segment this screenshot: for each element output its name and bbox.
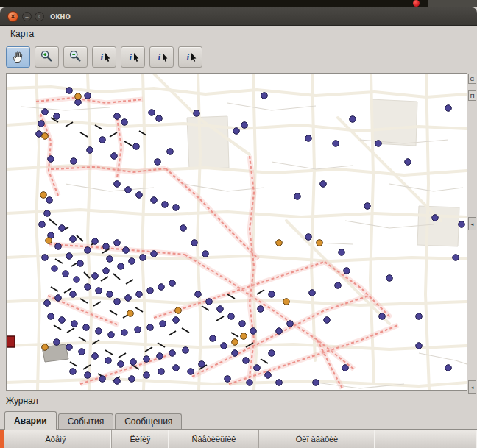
incident-dot-purple[interactable] — [276, 328, 283, 335]
incident-dot-purple[interactable] — [324, 317, 331, 324]
incident-dot-purple[interactable] — [121, 330, 128, 336]
incident-dot-purple[interactable] — [250, 328, 257, 335]
incident-dot-purple[interactable] — [147, 324, 154, 331]
incident-dot-purple[interactable] — [160, 321, 166, 327]
incident-dot-purple[interactable] — [173, 205, 180, 211]
incident-dot-purple[interactable] — [42, 255, 49, 261]
incident-dot-purple[interactable] — [71, 158, 77, 165]
incident-dot-purple[interactable] — [107, 256, 113, 263]
incident-dot-purple[interactable] — [333, 141, 339, 147]
minimize-button[interactable]: – — [22, 12, 32, 21]
incident-dot-purple[interactable] — [36, 131, 43, 138]
incident-dot-purple[interactable] — [233, 128, 240, 135]
incident-dot-purple[interactable] — [114, 181, 121, 188]
incident-dot-purple[interactable] — [103, 268, 110, 274]
side-panel-tab-2[interactable]: П — [468, 90, 476, 101]
incident-dot-purple[interactable] — [55, 243, 62, 250]
incident-dot-purple[interactable] — [92, 273, 99, 280]
incident-dot-purple[interactable] — [121, 119, 128, 126]
incident-dot-purple[interactable] — [92, 353, 99, 360]
incident-dot-purple[interactable] — [309, 290, 316, 296]
info-tool-button-1[interactable]: i — [92, 46, 116, 68]
incident-dot-purple[interactable] — [85, 284, 91, 291]
incident-dot-purple[interactable] — [108, 332, 115, 338]
side-panel-tab-1[interactable]: С — [468, 74, 476, 84]
info-tool-button-4[interactable]: i — [178, 46, 202, 68]
incident-dot-purple[interactable] — [287, 321, 294, 327]
incident-dot-purple[interactable] — [342, 365, 349, 371]
incident-dot-purple[interactable] — [99, 137, 106, 143]
incident-dot-purple[interactable] — [261, 93, 268, 99]
incident-dot-purple[interactable] — [85, 372, 91, 379]
incident-dot-purple[interactable] — [54, 113, 60, 120]
incident-dot-purple[interactable] — [133, 143, 140, 150]
incident-dot-purple[interactable] — [39, 221, 46, 228]
incident-dot-purple[interactable] — [59, 317, 66, 324]
incident-dot-purple[interactable] — [96, 328, 102, 335]
incident-dot-purple[interactable] — [379, 313, 386, 320]
incident-dot-purple[interactable] — [350, 116, 356, 123]
incident-dot-purple[interactable] — [70, 291, 77, 298]
incident-dot-purple[interactable] — [217, 306, 224, 313]
incident-dot-purple[interactable] — [118, 361, 124, 368]
incident-dot-purple[interactable] — [144, 372, 150, 379]
tab-sobytiya[interactable]: События — [58, 413, 114, 429]
incident-dot-orange[interactable] — [241, 333, 247, 340]
incident-dot-purple[interactable] — [158, 369, 165, 375]
incident-dot-purple[interactable] — [114, 113, 121, 120]
incident-dot-purple[interactable] — [173, 365, 180, 371]
incident-dot-purple[interactable] — [66, 253, 73, 260]
incident-dot-purple[interactable] — [180, 225, 187, 232]
incident-dot-purple[interactable] — [195, 291, 202, 298]
incident-dot-purple[interactable] — [432, 215, 439, 221]
incident-dot-purple[interactable] — [156, 115, 163, 122]
panel-collapse-button-2[interactable]: ◄ — [468, 380, 476, 394]
incident-dot-purple[interactable] — [107, 291, 113, 298]
incident-dot-orange[interactable] — [42, 344, 49, 351]
incident-dot-purple[interactable] — [70, 236, 77, 243]
pan-tool-button[interactable] — [6, 46, 30, 68]
incident-dot-purple[interactable] — [42, 109, 49, 115]
incident-dot-purple[interactable] — [305, 234, 312, 241]
incident-dot-purple[interactable] — [140, 255, 146, 261]
map-panel[interactable] — [6, 73, 467, 391]
incident-dot-purple[interactable] — [125, 295, 132, 302]
incident-dot-purple[interactable] — [123, 247, 130, 254]
incident-dot-purple[interactable] — [114, 299, 121, 305]
close-button[interactable]: × — [7, 11, 18, 22]
incident-dot-orange[interactable] — [127, 310, 134, 317]
incident-dot-purple[interactable] — [144, 356, 150, 363]
incident-dot-purple[interactable] — [147, 288, 154, 294]
incident-dot-purple[interactable] — [416, 313, 423, 320]
incident-dot-purple[interactable] — [70, 369, 77, 375]
incident-dot-purple[interactable] — [114, 240, 121, 246]
incident-dot-purple[interactable] — [151, 197, 158, 204]
incident-dot-purple[interactable] — [199, 361, 205, 368]
incident-dot-orange[interactable] — [175, 307, 182, 314]
column-header-line[interactable]: Ëèíèÿ — [112, 430, 169, 448]
column-header-accident-type[interactable]: Òèï àâàðèè — [259, 430, 375, 448]
incident-dot-purple[interactable] — [241, 122, 248, 129]
incident-dot-purple[interactable] — [114, 378, 121, 385]
incident-dot-purple[interactable] — [83, 324, 90, 331]
incident-dot-purple[interactable] — [77, 260, 84, 267]
incident-dot-orange[interactable] — [317, 240, 323, 246]
incident-dot-purple[interactable] — [118, 263, 124, 270]
column-header-fixture[interactable]: Ñâåòèëüíèê — [169, 430, 259, 448]
incident-dot-purple[interactable] — [87, 147, 93, 154]
incident-dot-purple[interactable] — [129, 258, 135, 265]
incident-dot-purple[interactable] — [151, 251, 158, 257]
incident-dot-purple[interactable] — [55, 295, 62, 302]
tab-avarii[interactable]: Аварии — [4, 411, 57, 430]
incident-dot-purple[interactable] — [157, 353, 163, 360]
incident-dot-purple[interactable] — [445, 105, 452, 112]
incident-dot-purple[interactable] — [85, 247, 91, 254]
incident-dot-purple[interactable] — [149, 110, 155, 116]
incident-dot-purple[interactable] — [339, 249, 345, 256]
zoom-in-tool-button[interactable] — [35, 46, 59, 68]
map-canvas[interactable] — [7, 74, 467, 390]
incident-dot-purple[interactable] — [269, 350, 275, 357]
incident-dot-purple[interactable] — [96, 288, 102, 294]
incident-dot-purple[interactable] — [305, 135, 312, 142]
incident-dot-purple[interactable] — [44, 210, 51, 217]
